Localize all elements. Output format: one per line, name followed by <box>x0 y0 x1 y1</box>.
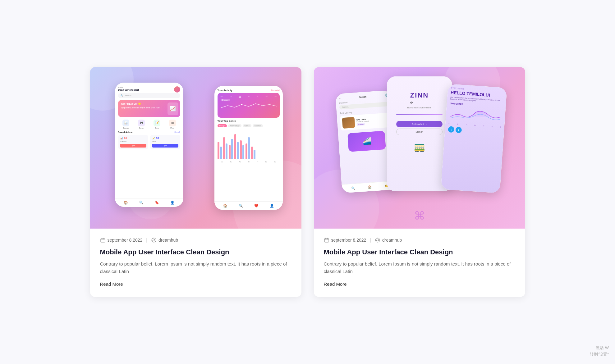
hours-badge: 8 hours <box>221 99 230 101</box>
meta-author-1: dreamhub <box>151 237 178 243</box>
svg-rect-1 <box>101 239 105 242</box>
card-1-excerpt: Contrary to popular belief, Lorem Ipsum … <box>100 260 291 275</box>
zinn-logo-area: ZINN ⟳ <box>410 85 429 105</box>
zinn-divider <box>396 114 443 115</box>
bar-th-blue <box>237 142 239 159</box>
right-phone-bottom-nav: 🏠 🔍 ❤️ 👤 <box>214 201 283 210</box>
train-small-icon: 🚃 <box>414 141 425 152</box>
separator-1: | <box>146 238 147 243</box>
stat-d-f: F <box>492 125 493 127</box>
saved-card-story-header: 📝 18 <box>152 137 178 140</box>
read-more-2[interactable]: Read More <box>324 281 347 287</box>
icon-more-label: More <box>170 127 174 129</box>
train-thumbnail <box>342 117 355 129</box>
author-text-1: dreamhub <box>158 238 178 243</box>
bar-group-su <box>251 147 255 159</box>
svg-rect-7 <box>324 239 329 242</box>
bar-group-mo <box>218 142 222 159</box>
phone-mockup-left: Hello, Dean Winchester! 🔍 Search GO PREM… <box>115 83 183 207</box>
saved-title: Saved Article <box>118 131 133 134</box>
bar-tu-blue <box>226 143 227 159</box>
nav-search-icon: 🔍 <box>139 201 144 205</box>
science-label: Science <box>120 140 146 142</box>
meta-date-2: september 8,2022 <box>324 237 366 243</box>
activity-header: Your Activity See detail <box>218 89 280 92</box>
card-1-image: Hello, Dean Winchester! 🔍 Search GO PREM… <box>90 67 301 229</box>
details-btn[interactable]: 1 Details <box>356 122 365 125</box>
icon-story: 📝 Story <box>154 120 160 129</box>
science-icon: 📊 <box>120 137 123 139</box>
svg-point-0 <box>241 104 242 105</box>
card-1: Hello, Dean Winchester! 🔍 Search GO PREM… <box>90 67 301 297</box>
sign-in-btn[interactable]: Sign in <box>396 129 443 135</box>
bar-mo-blue <box>220 147 222 159</box>
nav-search-2: 🔍 <box>351 186 355 190</box>
story-count: 18 <box>156 137 159 140</box>
nav-home-2: 🏠 <box>368 185 372 189</box>
days-row-top: Mo Tu We Th Fr Sa Su <box>221 95 277 98</box>
meta-date-1: september 8,2022 <box>100 237 143 243</box>
stat-d-m: M <box>457 123 458 125</box>
meta-author-2: dreamhub <box>375 237 402 243</box>
day-label-we: We <box>239 161 241 163</box>
day-mo: Mo <box>221 95 223 98</box>
bar-su-blue <box>254 150 255 159</box>
bar-mo-pink <box>218 142 219 159</box>
card-2-meta: september 8,2022 | dreamhub <box>324 237 515 243</box>
center-brand-icon: ⌘ <box>414 209 425 222</box>
day-su: Su <box>274 95 276 98</box>
icon-story-label: Story <box>155 127 159 129</box>
days-labels: Mo Tu We Th Fr Sa Su <box>218 161 280 163</box>
icon-science-box: 📊 <box>122 120 129 126</box>
read-more-1[interactable]: Read More <box>100 281 123 287</box>
genre-tabs: Design Technology Game Science <box>218 124 280 127</box>
open-story-btn[interactable]: Open <box>152 144 178 148</box>
nav-home-icon: 🏠 <box>124 201 128 205</box>
stat-d-s: S <box>448 122 449 124</box>
bar-su-pink <box>251 147 253 159</box>
calendar-icon-1 <box>100 237 106 243</box>
day-label-th: Th <box>248 161 250 163</box>
phone-icons-row: 📊 Science 🎮 Game 📝 Story ⊞ <box>118 120 180 129</box>
icon-story-box: 📝 <box>154 120 160 126</box>
bar-chart <box>218 129 280 160</box>
bar-group-th <box>234 134 239 159</box>
stat-d-s2: S <box>500 126 501 128</box>
saved-card-science: 📊 20 Science Open <box>118 135 148 149</box>
genre-science: Science <box>253 124 263 127</box>
card-1-meta: september 8,2022 | dreamhub <box>100 237 291 243</box>
watermark-line1: 激活 W <box>590 345 609 351</box>
calendar-icon-2 <box>324 237 329 243</box>
day-tu: Tu <box>230 95 232 98</box>
separator-2: | <box>370 238 371 243</box>
right-nav-home: 🏠 <box>223 204 227 208</box>
twitter-icon-2: t <box>455 127 462 133</box>
card-2-content: september 8,2022 | dreamhub Mobile App U… <box>314 229 525 297</box>
train-graphic: 🚄 <box>347 131 386 152</box>
banner-graphic: 📈 <box>168 102 178 115</box>
right-nav-profile: 👤 <box>270 204 274 208</box>
phone-username: Dean Winchester! <box>118 89 180 91</box>
science-count: 20 <box>124 137 127 140</box>
phone-bottom-nav: 🏠 🔍 🔖 👤 <box>115 198 183 207</box>
phone-search: 🔍 Search <box>118 93 180 98</box>
stats-social: t t <box>448 126 501 136</box>
day-sa: Sa <box>265 95 267 98</box>
genre-design: Design <box>218 124 227 127</box>
bar-sa-blue <box>248 137 250 159</box>
right-nav-search: 🔍 <box>239 204 243 208</box>
cards-container: Hello, Dean Winchester! 🔍 Search GO PREM… <box>90 67 525 297</box>
stat-d-t2: T <box>483 125 484 127</box>
saved-card-science-header: 📊 20 <box>120 137 146 140</box>
zinn-logo: ZINN <box>410 91 429 99</box>
open-science-btn[interactable]: Open <box>120 144 146 148</box>
bar-group-fr <box>240 140 244 159</box>
date-text-1: september 8,2022 <box>108 238 143 243</box>
phone-hello: Hello, <box>118 86 180 89</box>
author-icon-2 <box>375 237 380 243</box>
watermark-line2: 转到"设置" <box>590 351 609 358</box>
see-detail: See detail <box>271 89 280 91</box>
get-started-btn[interactable]: Get started → <box>396 121 443 127</box>
wave-chart <box>221 102 277 110</box>
card-2-title: Mobile App User Interface Clean Design <box>324 248 515 257</box>
